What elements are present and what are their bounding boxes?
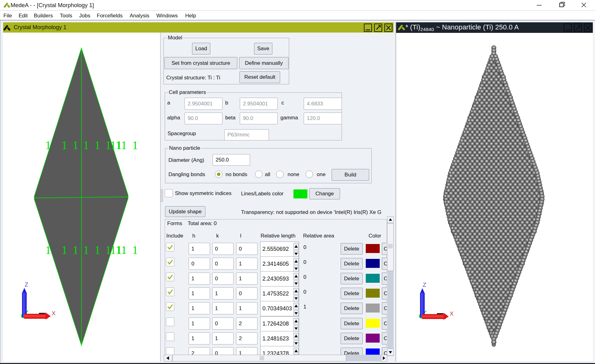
svg-text:Z: Z bbox=[423, 282, 427, 288]
svg-text:X: X bbox=[450, 310, 454, 317]
